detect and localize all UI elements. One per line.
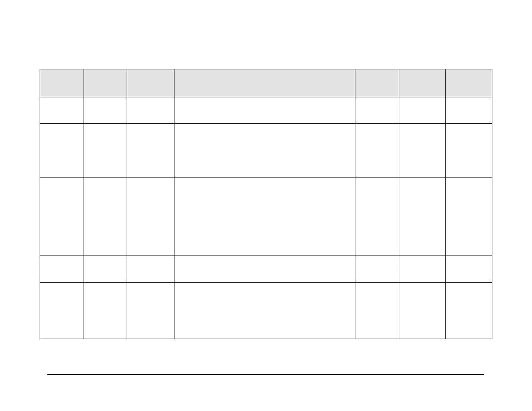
table-cell	[399, 255, 446, 283]
table-row	[40, 97, 492, 124]
table-cell	[174, 97, 355, 124]
table-cell	[40, 124, 84, 177]
table-header-cell	[399, 69, 446, 97]
table-cell	[174, 255, 355, 283]
table-row	[40, 255, 492, 283]
table-row	[40, 283, 492, 339]
table-header-cell	[174, 69, 355, 97]
table-header-cell	[446, 69, 492, 97]
table-header-cell	[127, 69, 174, 97]
data-table	[40, 69, 492, 339]
table-header-cell	[84, 69, 127, 97]
table-cell	[399, 177, 446, 255]
table-cell	[399, 283, 446, 339]
table-cell	[127, 283, 174, 339]
table-cell	[399, 124, 446, 177]
table-header-cell	[355, 69, 399, 97]
table-cell	[127, 97, 174, 124]
table-cell	[174, 177, 355, 255]
table-cell	[40, 97, 84, 124]
table-cell	[446, 283, 492, 339]
table-cell	[399, 97, 446, 124]
table-cell	[84, 255, 127, 283]
table-cell	[84, 97, 127, 124]
table-cell	[355, 283, 399, 339]
table-cell	[174, 124, 355, 177]
table-cell	[84, 283, 127, 339]
table-cell	[446, 97, 492, 124]
table-cell	[84, 124, 127, 177]
table-cell	[127, 255, 174, 283]
table-row	[40, 177, 492, 255]
page	[0, 0, 532, 411]
table-cell	[355, 255, 399, 283]
table-cell	[446, 124, 492, 177]
table-cell	[127, 177, 174, 255]
table-cell	[174, 283, 355, 339]
horizontal-rule	[47, 374, 484, 375]
table-cell	[40, 255, 84, 283]
table-header-cell	[40, 69, 84, 97]
table-cell	[40, 283, 84, 339]
table-cell	[446, 177, 492, 255]
table-cell	[40, 177, 84, 255]
table-cell	[127, 124, 174, 177]
table-cell	[446, 255, 492, 283]
table-cell	[84, 177, 127, 255]
table-cell	[355, 97, 399, 124]
table-row	[40, 124, 492, 177]
table-header-row	[40, 69, 492, 97]
table-cell	[355, 177, 399, 255]
table-cell	[355, 124, 399, 177]
